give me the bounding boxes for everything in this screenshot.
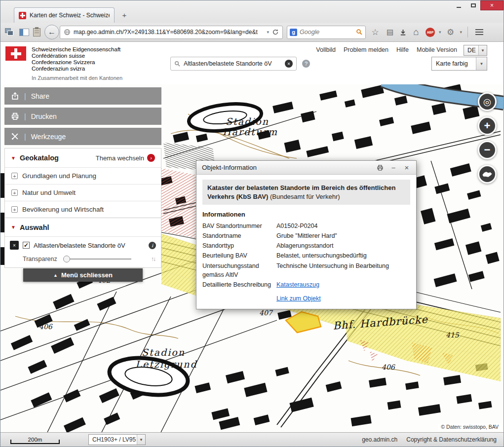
language-select[interactable]: DE ▼	[464, 45, 487, 56]
magnifier-icon[interactable]	[356, 29, 363, 36]
print-button[interactable]: | Drucken	[4, 108, 161, 125]
clear-search-icon[interactable]: ×	[285, 60, 293, 68]
copyright-link[interactable]: Copyright & Datenschutzerklärung	[406, 436, 497, 443]
close-menu-button[interactable]: ▲ Menü schliessen	[23, 268, 143, 282]
adblock-icon[interactable]: ABP	[426, 28, 435, 37]
zoom-out-button[interactable]: −	[478, 141, 497, 159]
search-icon	[174, 61, 181, 67]
help-icon[interactable]: ?	[302, 60, 310, 68]
browser-window: Karten der Schweiz - Schweize... + × ← m…	[0, 0, 504, 447]
url-dropdown-icon[interactable]: ▾	[267, 30, 269, 35]
logo-line: Confederaziun svizra	[32, 66, 122, 72]
url-bar[interactable]: map.geo.admin.ch/?X=249138.11&Y=680698.2…	[60, 26, 283, 39]
navigation-toolbar: ← map.geo.admin.ch/?X=249138.11&Y=680698…	[0, 23, 504, 42]
menu-icon[interactable]	[473, 27, 485, 37]
swiss-flag-icon	[5, 46, 26, 61]
map-area: Stadion Hardturm Bhf. Hardbrücke Stadion…	[0, 84, 504, 432]
popup-header[interactable]: Objekt-Information – ×	[196, 161, 416, 175]
link-mobile-version[interactable]: Mobile Version	[417, 46, 457, 53]
catalog-item-grundlagen[interactable]: + Grundlagen und Planung	[5, 167, 161, 184]
layer-source: Kataster der belasteten Standorte im Ber…	[202, 180, 410, 205]
info-row: Beurteilung BAV Belastet, untersuchungsb…	[202, 251, 410, 260]
logo-line: Confederazione Svizzera	[32, 59, 122, 66]
share-button[interactable]: | Share	[4, 87, 161, 105]
geokatalog-header[interactable]: ▼ Geokatalog Thema wechseln ›	[5, 149, 161, 167]
browser-search-box[interactable]: g	[287, 26, 366, 39]
browser-tab[interactable]: Karten der Schweiz - Schweize...	[14, 7, 115, 23]
chevron-down-icon[interactable]: ▼	[476, 57, 487, 70]
info-row: Standorttyp Ablagerungsstandort	[202, 241, 410, 250]
layer-checkbox[interactable]: ✓	[23, 242, 30, 249]
footer-bar: 200m CH1903+ / LV95 ▼ geo.admin.ch Copyr…	[0, 432, 504, 447]
info-row: Standortname Grube "Mittlerer Hard"	[202, 231, 410, 240]
expand-icon[interactable]: +	[11, 189, 18, 196]
close-icon[interactable]: ×	[403, 163, 411, 172]
map-style-select[interactable]: Karte farbig ▼	[431, 57, 487, 71]
remove-layer-icon[interactable]: ×	[10, 241, 19, 250]
home-icon[interactable]: ⌂	[411, 27, 422, 37]
reload-icon[interactable]	[272, 29, 279, 36]
search-engine-icon[interactable]: g	[290, 29, 297, 36]
close-button[interactable]: ×	[480, 0, 504, 10]
katasterauszug-link[interactable]: Katasterauszug	[276, 281, 319, 288]
layer-info-icon[interactable]: i	[149, 242, 156, 249]
bookmarks-panel-icon[interactable]: ▤	[385, 28, 395, 37]
scale-bar: 200m	[10, 436, 60, 444]
slider-knob[interactable]	[63, 256, 70, 262]
map-label: Letzigrund	[135, 359, 197, 370]
zoom-in-button[interactable]: +	[478, 116, 497, 135]
spot-height: 406	[39, 323, 53, 331]
link-zum-objekt[interactable]: Link zum Objekt	[276, 295, 321, 302]
reorder-layer-icon[interactable]: ↑↓	[151, 256, 155, 262]
maximize-button[interactable]	[466, 0, 480, 10]
layer-row: × ✓ Altlasten/belastete Standorte öV i	[5, 236, 161, 254]
geolocate-button[interactable]: ◎	[478, 92, 497, 111]
addon-icon-3[interactable]	[33, 28, 40, 37]
map-attribution[interactable]: © Daten: swisstopo, BAV	[438, 423, 502, 430]
object-info-popup: Objekt-Information – × Kataster der bela…	[196, 160, 417, 309]
chevron-down-icon[interactable]: ▼	[478, 45, 487, 55]
new-tab-button[interactable]: +	[118, 9, 131, 20]
bookmark-star-icon[interactable]: ☆	[370, 27, 381, 37]
link-vollbild[interactable]: Vollbild	[316, 46, 336, 53]
addon-icon-2[interactable]	[19, 29, 29, 36]
addon-gear-icon[interactable]: ⚙	[445, 27, 456, 37]
adblock-caret-icon[interactable]: ▾	[439, 30, 441, 35]
info-row: BAV Standortnummer A01502-P0204	[202, 222, 410, 230]
link-problem-melden[interactable]: Problem melden	[344, 46, 388, 53]
tab-title: Karten der Schweiz - Schweize...	[30, 12, 110, 19]
info-row: Untersuchungsstand gemäss AltlV Technisc…	[202, 261, 410, 279]
link-hilfe[interactable]: Hilfe	[396, 46, 409, 53]
back-button[interactable]: ←	[44, 25, 59, 39]
logo-line: Schweizerische Eidgenossenschaft	[32, 46, 122, 53]
spot-height: 406	[382, 363, 395, 371]
expand-icon[interactable]: +	[11, 206, 18, 213]
minimize-icon[interactable]: –	[389, 164, 397, 171]
auswahl-header[interactable]: ▼ Auswahl	[5, 218, 161, 236]
confederation-logo: Schweizerische Eidgenossenschaft Confédé…	[5, 46, 122, 81]
downloads-icon[interactable]	[399, 29, 407, 36]
site-header: Schweizerische Eidgenossenschaft Confédé…	[0, 42, 504, 84]
logo-subline: In Zusammenarbeit mit den Kantonen	[32, 75, 122, 81]
map-search-field[interactable]: ×	[170, 57, 297, 71]
map-controls: ◎ + −	[478, 92, 497, 184]
switzerland-overview-button[interactable]	[478, 165, 497, 184]
addon-gear-caret-icon[interactable]: ▾	[460, 30, 463, 35]
catalog-item-natur[interactable]: + Natur und Umwelt	[5, 184, 161, 201]
catalog-item-bevoelkerung[interactable]: + Bevölkerung und Wirtschaft	[5, 201, 161, 218]
sidebar: | Share | Drucken | Werkzeuge ▼ Geokat	[4, 87, 161, 282]
expand-icon[interactable]: +	[11, 173, 18, 179]
thema-wechseln-link[interactable]: Thema wechseln ›	[96, 154, 155, 162]
browser-search-input[interactable]	[300, 29, 353, 36]
print-icon[interactable]	[376, 164, 384, 171]
chevron-down-icon[interactable]: ▼	[137, 435, 145, 445]
projection-select[interactable]: CH1903+ / LV95 ▼	[88, 434, 146, 445]
minimize-button[interactable]	[452, 0, 466, 10]
geoadmin-link[interactable]: geo.admin.ch	[362, 436, 397, 443]
addon-icon-1[interactable]	[4, 28, 15, 37]
map-search-input[interactable]	[184, 60, 282, 67]
chevron-right-icon: ›	[147, 154, 155, 162]
toolbar-separator	[467, 27, 468, 37]
tools-button[interactable]: | Werkzeuge	[4, 128, 161, 145]
transparency-slider[interactable]	[63, 256, 131, 263]
